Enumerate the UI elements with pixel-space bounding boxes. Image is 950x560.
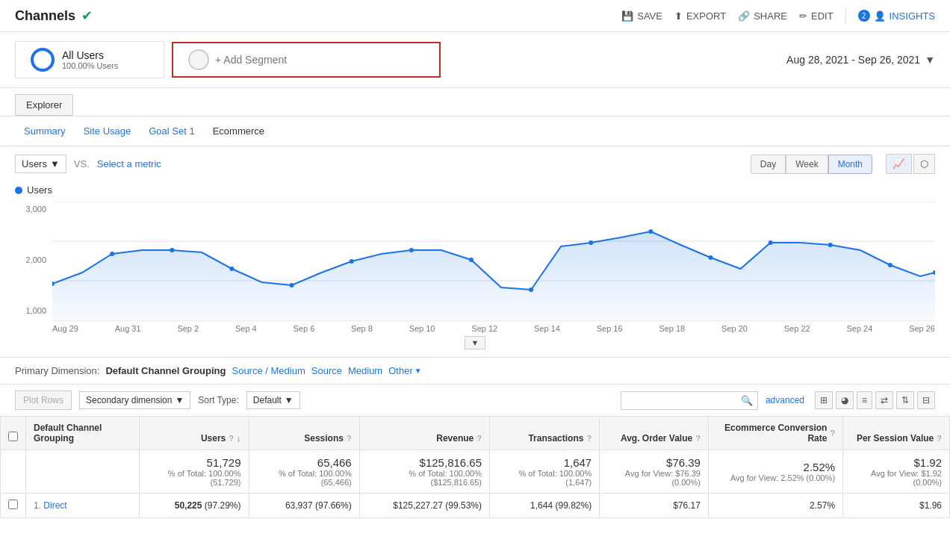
data-point [350,259,354,264]
revenue-header: Revenue ? [359,417,489,450]
edit-button[interactable]: ✏ EDIT [799,10,833,22]
pie-chart-button[interactable]: ⬡ [913,154,935,174]
x-axis: Aug 29 Aug 31 Sep 2 Sep 4 Sep 6 Sep 8 Se… [52,321,935,333]
dimension-medium-link[interactable]: Medium [348,365,382,376]
per-session-header: Per Session Value ? [843,417,950,450]
chart-controls: Users ▼ VS. Select a metric Day Week Mon… [0,146,950,181]
time-btn-month[interactable]: Month [828,155,872,174]
data-point [110,252,114,256]
compare-view-button[interactable]: ⇄ [875,391,893,409]
save-button[interactable]: 💾 SAVE [621,10,662,22]
dimension-source-link[interactable]: Source [311,365,342,376]
row1-revenue-cell: $125,227.27 (99.53%) [359,494,489,518]
select-metric-link[interactable]: Select a metric [97,158,161,169]
sessions-header: Sessions ? [249,417,359,450]
sessions-info-icon[interactable]: ? [347,434,352,443]
row1-sessions-value: 63,937 [285,500,313,511]
chart-type-buttons: 📈 ⬡ [886,154,935,174]
select-all-checkbox[interactable] [8,432,18,441]
divider [845,8,846,23]
totals-revenue-sub: % of Total: 100.00% ($125,816.65) [409,469,482,487]
data-point [529,287,533,292]
totals-sessions-value: 65,466 [257,456,352,469]
y-label-2000: 2,000 [15,255,46,264]
y-label-1000: 1,000 [15,306,46,315]
totals-conv-rate-sub: Avg for View: 2.52% (0.00%) [730,473,835,482]
explorer-tab[interactable]: Explorer [15,94,73,116]
vs-label: VS. [74,158,90,169]
pivot-view-button[interactable]: ⇅ [896,391,914,409]
view-icons: ⊞ ◕ ≡ ⇄ ⇅ ⊟ [815,391,935,409]
insights-badge: 2 [858,10,870,22]
line-chart-button[interactable]: 📈 [886,154,912,174]
advanced-link[interactable]: advanced [766,395,804,405]
grid-view-button[interactable]: ⊞ [815,391,833,409]
tab-site-usage[interactable]: Site Usage [75,122,140,140]
explorer-bar: Explorer [0,88,950,116]
chart-scroll-down-button[interactable]: ▼ [465,336,486,349]
dimension-other-label: Other [388,365,413,376]
per-session-info-icon[interactable]: ? [937,434,942,443]
row1-users-value: 50,225 [175,500,202,511]
data-point [769,240,773,245]
totals-conv-rate-cell: 2.52% Avg for View: 2.52% (0.00%) [708,450,842,494]
tab-ecommerce[interactable]: Ecommerce [204,122,273,140]
totals-sessions-sub: % of Total: 100.00% (65,466) [279,469,352,487]
users-sort-icon[interactable]: ↓ [237,434,241,443]
avg-order-header: Avg. Order Value ? [600,417,709,450]
row1-per-session-value: $1.96 [919,500,942,511]
time-btn-day[interactable]: Day [751,155,786,174]
sort-type-value: Default [253,395,282,405]
dimension-other-dropdown[interactable]: Other ▼ [388,365,421,376]
row1-channel-cell: 1. Direct [26,494,140,518]
table-row: 1. Direct 50,225 (97.29%) 63,937 (97.66%… [1,494,950,518]
time-btn-week[interactable]: Week [786,155,828,174]
conv-rate-info-icon[interactable]: ? [830,429,835,438]
metric-label: Users [22,158,47,169]
users-info-icon[interactable]: ? [229,434,234,443]
totals-transactions-sub: % of Total: 100.00% (1,647) [519,469,592,487]
legend-dot-icon [15,187,22,194]
sort-type-label: Sort Type: [198,395,238,405]
add-segment-button[interactable]: + Add Segment [172,42,441,78]
line-chart-svg [52,202,935,321]
bar-view-button[interactable]: ≡ [857,391,872,409]
row1-users-pct: (97.29%) [205,500,241,511]
metric-selector[interactable]: Users ▼ [15,155,66,173]
dimension-bar: Primary Dimension: Default Channel Group… [0,357,950,384]
search-icon[interactable]: 🔍 [741,395,753,406]
totals-per-session-value: $1.92 [851,456,942,469]
search-input[interactable] [626,395,738,405]
page-title: Channels [15,8,75,24]
avg-order-info-icon[interactable]: ? [695,434,701,443]
chart-area: Users 3,000 2,000 1,000 [0,181,950,357]
secondary-dimension-selector[interactable]: Secondary dimension ▼ [79,391,190,409]
pie-view-button[interactable]: ◕ [836,391,854,409]
totals-revenue-cell: $125,816.65 % of Total: 100.00% ($125,81… [359,450,489,494]
export-button[interactable]: ⬆ EXPORT [674,10,726,22]
verified-icon: ✔ [81,7,93,24]
sort-type-selector[interactable]: Default ▼ [246,391,300,409]
date-range-selector[interactable]: Aug 28, 2021 - Sep 26, 2021 ▼ [786,54,935,66]
data-point [708,255,712,260]
tab-summary[interactable]: Summary [15,122,75,140]
data-point [170,248,174,252]
totals-users-cell: 51,729 % of Total: 100.00% (51,729) [140,450,249,494]
insights-button[interactable]: 2 👤 INSIGHTS [858,10,935,22]
chart-legend: Users [15,181,935,202]
transactions-header: Transactions ? [490,417,600,450]
y-axis: 3,000 2,000 1,000 [15,202,52,333]
totals-transactions-value: 1,647 [497,456,592,469]
dimension-source-medium-link[interactable]: Source / Medium [232,365,305,376]
x-label-sep12: Sep 12 [471,324,497,333]
revenue-info-icon[interactable]: ? [476,434,482,443]
secondary-dim-chevron-icon: ▼ [175,395,184,405]
row1-checkbox[interactable] [8,500,18,509]
transactions-info-icon[interactable]: ? [586,434,592,443]
share-button[interactable]: 🔗 SHARE [738,10,787,22]
row1-channel-link[interactable]: Direct [43,500,66,511]
time-buttons: Day Week Month [751,155,872,174]
tab-goal-set[interactable]: Goal Set 1 [140,122,203,140]
custom-view-button[interactable]: ⊟ [917,391,935,409]
y-label-3000: 3,000 [15,205,46,214]
